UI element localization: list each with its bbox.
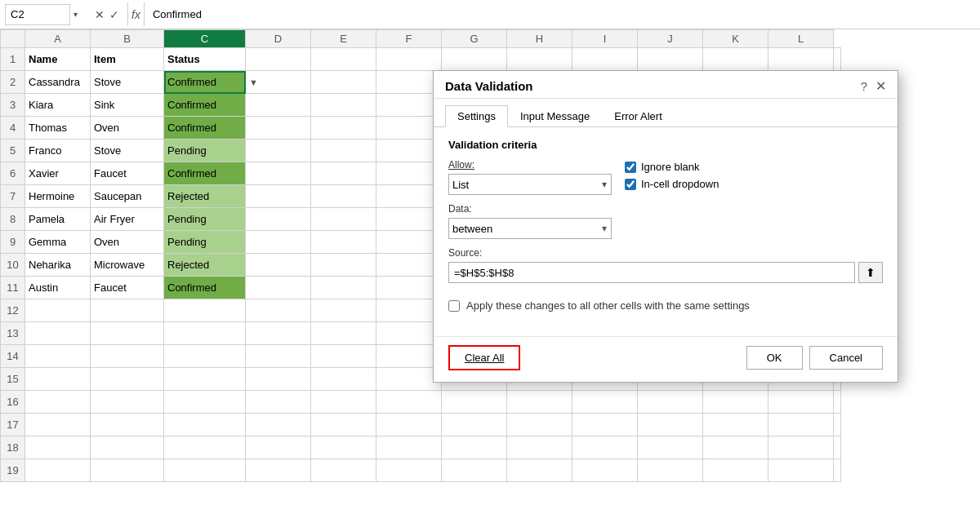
cell-a[interactable]: Kiara xyxy=(25,94,91,117)
col-header-f[interactable]: F xyxy=(376,30,442,48)
cell-c[interactable] xyxy=(164,345,246,368)
cell-b[interactable]: Faucet xyxy=(91,277,164,299)
cell-b[interactable]: Stove xyxy=(91,71,164,94)
cell-b[interactable] xyxy=(91,322,164,345)
cell-b[interactable]: Microwave xyxy=(91,254,164,277)
col-header-l[interactable]: L xyxy=(768,30,834,48)
cell-a[interactable]: Thomas xyxy=(25,117,91,140)
cell-a[interactable]: Gemma xyxy=(25,231,91,254)
cell-c[interactable] xyxy=(164,459,246,482)
ok-button[interactable]: OK xyxy=(746,346,803,370)
cell-b[interactable] xyxy=(91,459,164,482)
cell-c[interactable]: Pending xyxy=(164,231,246,254)
cell-b[interactable] xyxy=(91,414,164,436)
allow-select-wrapper[interactable]: List Any value Whole number Decimal Date… xyxy=(448,174,612,195)
cell-a[interactable] xyxy=(25,345,91,368)
cell-c[interactable]: Confirmed xyxy=(164,277,246,299)
cell-b[interactable] xyxy=(91,299,164,322)
cell-c[interactable] xyxy=(164,322,246,345)
col-header-g[interactable]: G xyxy=(442,30,507,48)
cell-a[interactable] xyxy=(25,436,91,459)
cell-c[interactable] xyxy=(164,299,246,322)
cell-c[interactable] xyxy=(164,436,246,459)
col-header-e[interactable]: E xyxy=(311,30,376,48)
source-input[interactable] xyxy=(448,262,855,283)
cell-c[interactable] xyxy=(164,414,246,436)
cell-b[interactable]: Sink xyxy=(91,94,164,117)
cell-b[interactable]: Oven xyxy=(91,117,164,140)
col-header-k[interactable]: K xyxy=(703,30,768,48)
cell-empty xyxy=(442,414,507,436)
cell-b[interactable] xyxy=(91,391,164,414)
cell-ref-dropdown[interactable]: ▾ xyxy=(74,10,87,19)
cell-c[interactable]: Rejected xyxy=(164,254,246,277)
cell-a[interactable]: Cassandra xyxy=(25,71,91,94)
cell-empty xyxy=(703,391,768,414)
data-select[interactable]: between not between equal to not equal t… xyxy=(448,218,612,239)
source-expand-button[interactable]: ⬆ xyxy=(858,262,883,283)
tab-input-message[interactable]: Input Message xyxy=(508,105,602,127)
cell-b[interactable] xyxy=(91,436,164,459)
cell-reference-box[interactable]: C2 xyxy=(5,4,70,25)
cell-a[interactable]: Austin xyxy=(25,277,91,299)
col-header-i[interactable]: I xyxy=(572,30,638,48)
cell-d xyxy=(246,322,311,345)
cell-c[interactable]: Pending xyxy=(164,140,246,162)
cell-a[interactable] xyxy=(25,368,91,391)
help-icon[interactable]: ? xyxy=(861,79,867,93)
cell-b[interactable]: Stove xyxy=(91,140,164,162)
cell-d xyxy=(246,414,311,436)
formula-input[interactable] xyxy=(148,7,975,22)
cell-c[interactable]: Confirmed xyxy=(164,71,246,94)
data-validation-dialog[interactable]: Data Validation ? ✕ Settings Input Messa… xyxy=(433,70,898,383)
cell-a[interactable] xyxy=(25,459,91,482)
col-header-b[interactable]: B xyxy=(91,30,164,48)
cell-b[interactable]: Saucepan xyxy=(91,185,164,208)
cell-a[interactable] xyxy=(25,299,91,322)
cell-c[interactable]: Status xyxy=(164,48,246,71)
data-select-wrapper[interactable]: between not between equal to not equal t… xyxy=(448,218,612,239)
cell-b[interactable] xyxy=(91,368,164,391)
cell-b[interactable]: Faucet xyxy=(91,162,164,185)
cell-c[interactable] xyxy=(164,368,246,391)
cell-a[interactable] xyxy=(25,391,91,414)
close-icon[interactable]: ✕ xyxy=(875,80,886,93)
tab-error-alert[interactable]: Error Alert xyxy=(602,105,675,127)
apply-all-checkbox[interactable] xyxy=(448,300,460,312)
col-header-a[interactable]: A xyxy=(25,30,91,48)
cell-a[interactable]: Name xyxy=(25,48,91,71)
cell-empty xyxy=(311,162,376,185)
cell-b[interactable]: Air Fryer xyxy=(91,208,164,231)
cell-a[interactable]: Hermoine xyxy=(25,185,91,208)
cell-a[interactable] xyxy=(25,322,91,345)
cancel-formula-icon[interactable]: ✕ xyxy=(93,8,106,21)
incell-dropdown-checkbox[interactable] xyxy=(625,179,636,190)
confirm-formula-icon[interactable]: ✓ xyxy=(108,8,121,21)
col-header-j[interactable]: J xyxy=(638,30,703,48)
cell-c[interactable]: Confirmed xyxy=(164,94,246,117)
cell-c[interactable]: Confirmed xyxy=(164,117,246,140)
allow-select[interactable]: List Any value Whole number Decimal Date… xyxy=(448,174,612,195)
cell-b[interactable]: Item xyxy=(91,48,164,71)
cell-b[interactable]: Oven xyxy=(91,231,164,254)
col-header-h[interactable]: H xyxy=(507,30,572,48)
allow-row: Allow: List Any value Whole number Decim… xyxy=(448,159,883,195)
cancel-button[interactable]: Cancel xyxy=(809,346,883,370)
cell-empty xyxy=(311,48,376,71)
cell-a[interactable]: Franco xyxy=(25,140,91,162)
col-header-d[interactable]: D xyxy=(246,30,311,48)
cell-a[interactable] xyxy=(25,414,91,436)
cell-c[interactable] xyxy=(164,391,246,414)
cell-c[interactable]: Confirmed xyxy=(164,162,246,185)
ignore-blank-checkbox[interactable] xyxy=(625,162,636,173)
cell-c[interactable]: Rejected xyxy=(164,185,246,208)
cell-d xyxy=(246,140,311,162)
cell-c[interactable]: Pending xyxy=(164,208,246,231)
cell-a[interactable]: Pamela xyxy=(25,208,91,231)
clear-all-button[interactable]: Clear All xyxy=(448,345,520,370)
cell-a[interactable]: Neharika xyxy=(25,254,91,277)
cell-a[interactable]: Xavier xyxy=(25,162,91,185)
tab-settings[interactable]: Settings xyxy=(445,105,508,127)
col-header-c[interactable]: C xyxy=(164,30,246,48)
cell-b[interactable] xyxy=(91,345,164,368)
